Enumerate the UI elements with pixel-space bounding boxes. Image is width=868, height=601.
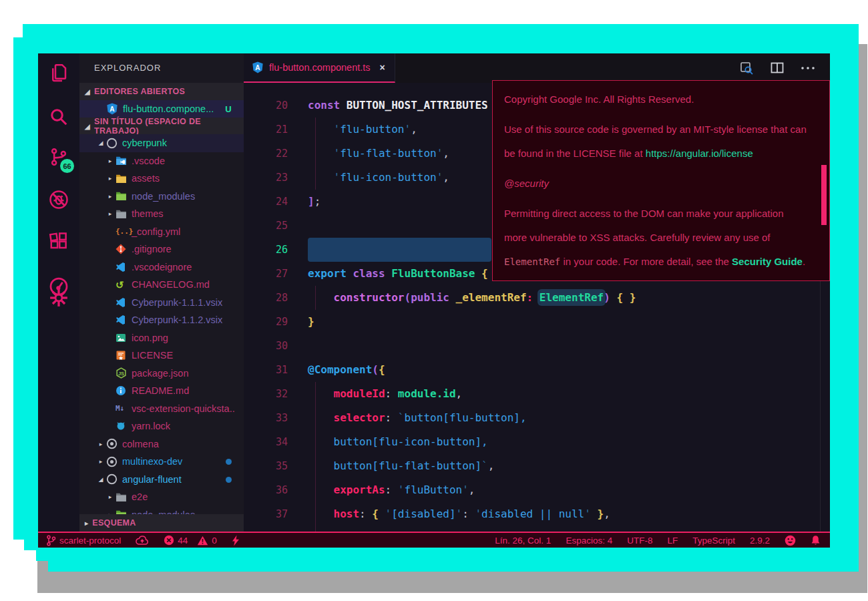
tree-item-cyberpunk[interactable]: ◢cyberpunk bbox=[79, 134, 244, 152]
license-link[interactable]: https://angular.io/license bbox=[646, 148, 753, 159]
chevron-expanded-icon: ◢ bbox=[85, 123, 90, 130]
code-line-32[interactable]: 32 moduleId: module.id, bbox=[244, 382, 830, 406]
chevron-collapsed-icon[interactable]: ▸ bbox=[105, 193, 116, 200]
search-icon[interactable] bbox=[38, 107, 79, 127]
code-line-34[interactable]: 34 button[flu-icon-button], bbox=[244, 430, 830, 454]
feedback-bolt[interactable] bbox=[232, 535, 240, 546]
settings-gear-icon[interactable] bbox=[38, 288, 79, 307]
chevron-collapsed-icon[interactable]: ▸ bbox=[105, 175, 116, 182]
tab-flu-button-component[interactable]: A flu-button.component.ts × bbox=[244, 53, 395, 83]
branch-icon bbox=[46, 535, 56, 546]
sync-status[interactable] bbox=[136, 536, 149, 546]
tree-item-readme-md[interactable]: README.md bbox=[79, 382, 244, 400]
code-line-35[interactable]: 35 button[flu-flat-button]`, bbox=[244, 454, 830, 478]
notifications-bell-icon[interactable] bbox=[811, 535, 821, 546]
security-guide-link[interactable]: Security Guide bbox=[732, 256, 803, 267]
files-icon[interactable] bbox=[38, 63, 79, 83]
code-text: exportAs: 'fluButton', bbox=[308, 478, 475, 502]
editor-actions bbox=[739, 53, 830, 83]
chevron-expanded-icon[interactable]: ◢ bbox=[95, 476, 106, 483]
tree-item-cyberpunk-1-1-2-vsix[interactable]: Cyberpunk-1.1.2.vsix bbox=[79, 311, 244, 329]
tree-item-assets[interactable]: ▸assets bbox=[79, 170, 244, 188]
tree-item-colmena[interactable]: ▸colmena bbox=[79, 435, 244, 453]
workspace-section-header[interactable]: ◢ SIN TÍTULO (ESPACIO DE TRABAJO) bbox=[79, 118, 244, 135]
code-line-36[interactable]: 36 exportAs: 'fluButton', bbox=[244, 478, 830, 502]
scm-changes-badge: 66 bbox=[60, 159, 74, 173]
code-line-28[interactable]: 28 constructor(public _elementRef: Eleme… bbox=[244, 286, 830, 310]
tooltip-scrollbar[interactable] bbox=[821, 165, 827, 225]
yarn-icon bbox=[116, 421, 132, 431]
tab-bar: A flu-button.component.ts × bbox=[244, 53, 830, 83]
tree-item--vscode[interactable]: ▸.vscode bbox=[79, 152, 244, 170]
tree-item--config-yml[interactable]: {..}_config.yml bbox=[79, 223, 244, 241]
code-text: 'flu-flat-button', bbox=[308, 142, 449, 166]
feedback-smiley-icon[interactable] bbox=[785, 535, 796, 546]
source-control-icon[interactable]: 66 bbox=[38, 147, 79, 167]
chevron-collapsed-icon[interactable]: ▸ bbox=[95, 441, 106, 447]
code-line-38[interactable]: 38 templateUrl: 'button.html', bbox=[244, 526, 830, 532]
code-line-37[interactable]: 37 host: { '[disabled]': 'disabled || nu… bbox=[244, 502, 830, 526]
debug-disabled-icon[interactable] bbox=[38, 190, 79, 210]
code-line-33[interactable]: 33 selector: `button[flu-button], bbox=[244, 406, 830, 430]
tree-item-e2e[interactable]: ▸e2e bbox=[79, 488, 244, 506]
line-number: 27 bbox=[244, 262, 308, 286]
encoding[interactable]: UTF-8 bbox=[627, 536, 652, 546]
vscode-icon bbox=[116, 297, 132, 308]
chevron-collapsed-icon: ▸ bbox=[85, 520, 88, 527]
chevron-collapsed-icon[interactable]: ▸ bbox=[105, 158, 116, 164]
ts-version[interactable]: 2.9.2 bbox=[750, 536, 770, 546]
more-actions-icon[interactable] bbox=[801, 65, 815, 71]
line-number: 33 bbox=[244, 406, 308, 430]
tree-item-icon-png[interactable]: icon.png bbox=[79, 329, 244, 347]
close-tab-icon[interactable]: × bbox=[380, 62, 385, 73]
tree-item-node-modules[interactable]: ▸node_modules bbox=[79, 506, 244, 515]
code-text: 'flu-icon-button', bbox=[308, 166, 449, 190]
tree-item-label: icon.png bbox=[132, 333, 168, 343]
code-text: const BUTTON_HOST_ATTRIBUTES = [ bbox=[308, 93, 513, 118]
tree-item--vscodeignore[interactable]: .vscodeignore bbox=[79, 258, 244, 276]
code-line-29[interactable]: 29} bbox=[244, 310, 830, 334]
open-editors-section-header[interactable]: ◢ EDITORES ABIERTOS bbox=[79, 83, 244, 100]
root-open-icon bbox=[106, 473, 122, 485]
tree-item-vsc-extension-quicksta-[interactable]: M↓vsc-extension-quicksta.. bbox=[79, 400, 244, 418]
chevron-collapsed-icon[interactable]: ▸ bbox=[105, 493, 116, 500]
language-mode[interactable]: TypeScript bbox=[692, 536, 735, 546]
tree-item-label: multinexo-dev bbox=[122, 456, 182, 467]
tree-item-node-modules[interactable]: ▸node_modules bbox=[79, 188, 244, 206]
tree-item--gitignore[interactable]: .gitignore bbox=[79, 240, 244, 258]
split-editor-icon[interactable] bbox=[770, 61, 785, 75]
open-changes-icon[interactable] bbox=[739, 61, 754, 75]
chevron-expanded-icon[interactable]: ◢ bbox=[95, 140, 106, 146]
tree-item-label: Cyberpunk-1.1.2.vsix bbox=[132, 315, 222, 325]
tree-item-package-json[interactable]: JSpackage.json bbox=[79, 365, 244, 383]
chevron-collapsed-icon[interactable]: ▸ bbox=[95, 458, 106, 465]
folder-yellow-icon bbox=[116, 174, 132, 184]
chevron-collapsed-icon[interactable]: ▸ bbox=[105, 210, 116, 217]
tree-item-label: colmena bbox=[122, 439, 159, 449]
cursor-position[interactable]: Lín. 26, Col. 1 bbox=[495, 536, 551, 546]
open-editor-item[interactable]: A flu-button.compone... U bbox=[79, 100, 244, 118]
root-closed-icon bbox=[106, 456, 122, 467]
indentation[interactable]: Espacios: 4 bbox=[566, 536, 612, 546]
vscode-icon bbox=[116, 262, 132, 272]
eol-sequence[interactable]: LF bbox=[667, 536, 678, 546]
tree-item-license[interactable]: LICENSE bbox=[79, 347, 244, 365]
tree-item-multinexo-dev[interactable]: ▸multinexo-dev bbox=[79, 453, 244, 471]
line-number: 38 bbox=[244, 526, 308, 532]
npm-icon: JS bbox=[116, 367, 132, 379]
tree-item-angular-fluent[interactable]: ◢angular-fluent bbox=[79, 471, 244, 489]
outline-section-header[interactable]: ▸ ESQUEMA bbox=[79, 514, 244, 532]
tree-item-cyberpunk-1-1-1-vsix[interactable]: Cyberpunk-1.1.1.vsix bbox=[79, 294, 244, 312]
tree-item-label: CHANGELOG.md bbox=[132, 279, 210, 290]
tree-item-themes[interactable]: ▸themes bbox=[79, 205, 244, 223]
tree-item-label: vsc-extension-quicksta.. bbox=[132, 403, 235, 414]
problems-status[interactable]: 44 0 bbox=[164, 535, 217, 546]
code-line-31[interactable]: 31@Component({ bbox=[244, 358, 830, 382]
tree-item-changelog-md[interactable]: ↺CHANGELOG.md bbox=[79, 276, 244, 294]
code-line-30[interactable]: 30 bbox=[244, 334, 830, 358]
extensions-icon[interactable] bbox=[38, 231, 79, 251]
code-text: 'flu-button', bbox=[308, 118, 417, 142]
line-number: 30 bbox=[244, 334, 308, 358]
tree-item-yarn-lock[interactable]: yarn.lock bbox=[79, 417, 244, 435]
git-branch-status[interactable]: scarlet-protocol bbox=[46, 535, 121, 546]
